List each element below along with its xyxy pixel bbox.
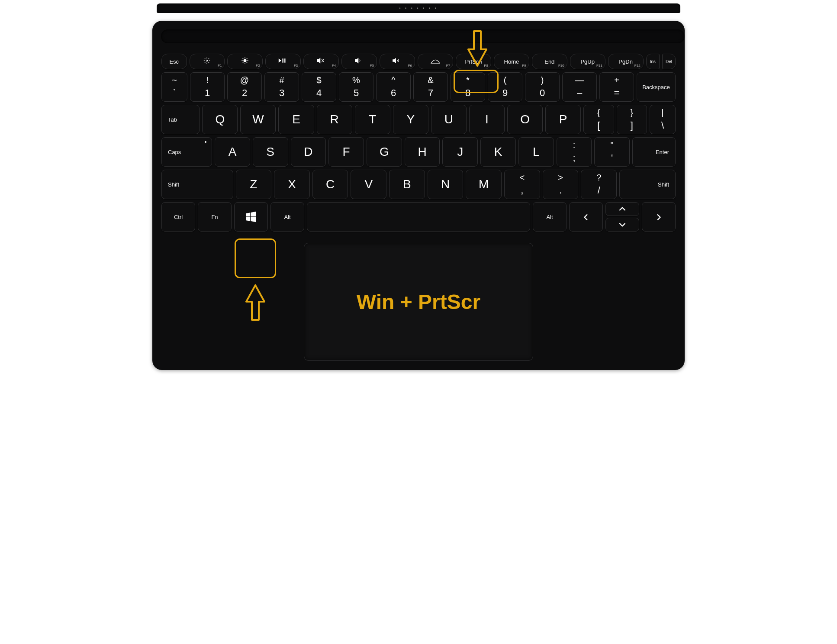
key-b[interactable]: B [389,170,425,199]
key-slash[interactable]: ?/ [581,170,617,199]
key-equals[interactable]: += [599,72,634,102]
key-m[interactable]: M [466,170,502,199]
key-caps[interactable]: Caps [161,137,212,167]
svg-marker-28 [251,212,256,216]
key-arrow-down[interactable] [605,218,639,232]
key-f6[interactable]: F6 [380,54,415,69]
svg-point-0 [206,60,208,61]
key-windows[interactable] [234,202,268,232]
key-backslash[interactable]: |\ [650,105,676,134]
svg-line-5 [205,58,206,59]
key-l[interactable]: L [518,137,554,167]
key-v[interactable]: V [351,170,386,199]
key-1[interactable]: !1 [190,72,225,102]
key-f1[interactable]: F1 [190,54,225,69]
kb-bright-icon [431,58,440,65]
chevron-up-icon [619,205,625,213]
key-fn[interactable]: Fn [198,202,232,232]
key-7[interactable]: &7 [413,72,448,102]
key-a[interactable]: A [215,137,250,167]
key-pgup[interactable]: PgUpF11 [570,54,605,69]
key-q[interactable]: Q [202,105,238,134]
key-quote[interactable]: "' [594,137,630,167]
key-end[interactable]: EndF10 [532,54,567,69]
key-n[interactable]: N [428,170,464,199]
keys-area: Esc F1 F2 F3 F4 [161,54,676,232]
key-o[interactable]: O [507,105,543,134]
key-e[interactable]: E [278,105,314,134]
key-g[interactable]: G [367,137,402,167]
vol-up-icon [393,58,402,65]
key-f7[interactable]: F7 [418,54,453,69]
key-alt-right[interactable]: Alt [533,202,567,232]
key-arrow-left[interactable] [569,202,603,232]
key-9[interactable]: (9 [488,72,522,102]
key-lbracket[interactable]: {[ [583,105,614,134]
key-backspace[interactable]: Backspace [637,72,676,102]
key-t[interactable]: T [355,105,390,134]
key-i[interactable]: I [469,105,505,134]
key-h[interactable]: H [405,137,440,167]
key-semicolon[interactable]: :; [557,137,592,167]
asdf-row: Caps A S D F G H J K L :; "' Enter [161,137,676,167]
key-space[interactable] [307,202,530,232]
key-del[interactable]: Del [662,54,676,69]
key-z[interactable]: Z [236,170,272,199]
key-8[interactable]: *8 [451,72,485,102]
key-f2[interactable]: F2 [227,54,263,69]
key-f4[interactable]: F4 [303,54,339,69]
svg-rect-20 [284,58,285,62]
key-home[interactable]: HomeF9 [494,54,529,69]
key-0[interactable]: )0 [525,72,560,102]
key-y[interactable]: Y [393,105,428,134]
key-2[interactable]: @2 [227,72,262,102]
key-6[interactable]: ^6 [376,72,411,102]
key-ins[interactable]: Ins [646,54,660,69]
key-tab[interactable]: Tab [161,105,200,134]
key-f3[interactable]: F3 [265,54,301,69]
chevron-left-icon [583,211,589,223]
key-pgdn[interactable]: PgDnF12 [608,54,644,69]
key-comma[interactable]: <, [504,170,540,199]
key-ctrl[interactable]: Ctrl [161,202,195,232]
key-k[interactable]: K [480,137,516,167]
key-backtick[interactable]: ~` [161,72,187,102]
chevron-right-icon [656,211,662,223]
key-esc[interactable]: Esc [161,54,187,69]
key-f[interactable]: F [328,137,364,167]
svg-marker-25 [393,58,396,63]
svg-marker-18 [279,58,281,62]
svg-line-16 [243,62,244,63]
key-s[interactable]: S [253,137,288,167]
key-shift-left[interactable]: Shift [161,170,233,199]
key-d[interactable]: D [291,137,326,167]
key-w[interactable]: W [240,105,276,134]
key-period[interactable]: >. [543,170,579,199]
key-arrow-up[interactable] [605,202,639,216]
key-arrow-right[interactable] [642,202,676,232]
play-pause-icon [278,58,288,65]
key-x[interactable]: X [274,170,310,199]
key-f5[interactable]: F5 [341,54,377,69]
key-p[interactable]: P [545,105,581,134]
zxcv-row: Shift Z X C V B N M <, >. ?/ Shift [161,170,676,199]
key-shift-right[interactable]: Shift [619,170,676,199]
key-3[interactable]: #3 [264,72,299,102]
key-enter[interactable]: Enter [632,137,676,167]
svg-marker-24 [355,58,358,63]
key-4[interactable]: $4 [302,72,336,102]
key-c[interactable]: C [312,170,348,199]
keyboard-chassis: Esc F1 F2 F3 F4 [152,21,685,370]
svg-line-6 [209,62,209,63]
brightness-down-icon [203,57,211,66]
key-prtscn[interactable]: PrtScnF8 [456,54,491,69]
brightness-up-icon [241,57,249,66]
key-rbracket[interactable]: }] [617,105,647,134]
key-u[interactable]: U [431,105,467,134]
key-alt-left[interactable]: Alt [270,202,304,232]
key-5[interactable]: %5 [339,72,373,102]
trackpad[interactable]: Win + PrtScr [304,243,533,361]
key-minus[interactable]: —– [562,72,597,102]
key-j[interactable]: J [442,137,478,167]
key-r[interactable]: R [317,105,352,134]
